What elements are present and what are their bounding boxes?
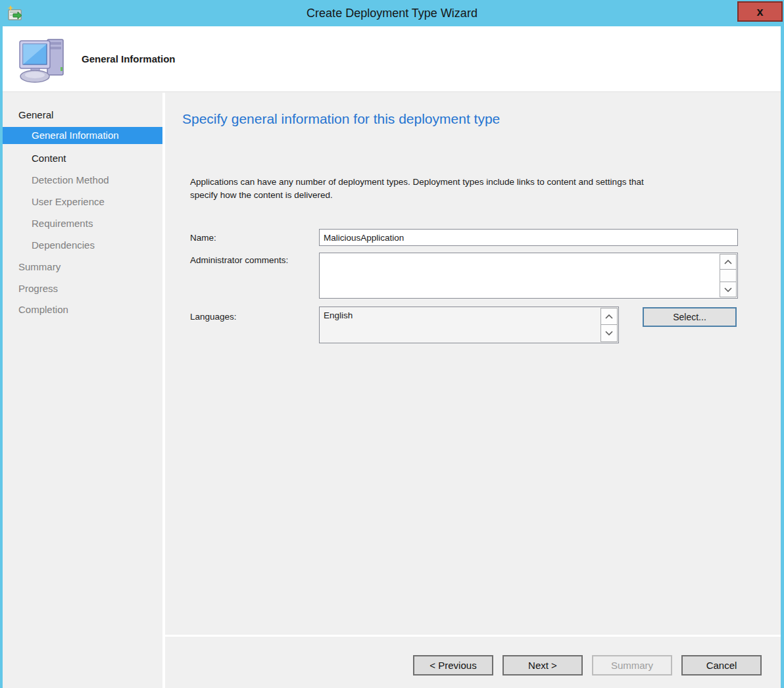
languages-label: Languages:: [190, 312, 237, 322]
description-line-2: specify how the content is delivered.: [190, 189, 644, 202]
administrator-comments-field: [319, 253, 738, 299]
sidebar-item-progress: Progress: [3, 280, 162, 297]
cancel-button[interactable]: Cancel: [681, 655, 762, 676]
window-title: Create Deployment Type Wizard: [0, 0, 784, 26]
summary-button: Summary: [592, 655, 672, 676]
name-input[interactable]: [319, 229, 738, 246]
languages-value: English: [324, 310, 353, 320]
sidebar-item-general-information[interactable]: General Information: [3, 127, 162, 144]
window-border-right: [781, 26, 784, 688]
title-bar: Create Deployment Type Wizard x: [0, 0, 784, 26]
wizard-page-content: Specify general information for this dep…: [165, 93, 781, 688]
next-button[interactable]: Next >: [502, 655, 583, 676]
wizard-steps-sidebar: General General Information Content Dete…: [3, 93, 162, 688]
wizard-header: General Information: [3, 26, 781, 92]
sidebar-item-requirements: Requirements: [3, 215, 162, 232]
administrator-comments-input[interactable]: [320, 253, 720, 298]
languages-scroll-up-button[interactable]: [600, 308, 618, 326]
sidebar-item-detection-method: Detection Method: [3, 172, 162, 189]
sidebar-item-dependencies: Dependencies: [3, 237, 162, 254]
sidebar-item-content[interactable]: Content: [3, 150, 162, 167]
select-languages-button[interactable]: Select...: [643, 307, 737, 327]
previous-button[interactable]: < Previous: [413, 655, 493, 676]
computer-icon: [17, 34, 68, 84]
sidebar-item-summary: Summary: [3, 258, 162, 276]
page-heading: Specify general information for this dep…: [182, 111, 500, 127]
page-description: Applications can have any number of depl…: [190, 176, 644, 202]
sidebar-item-general: General: [3, 107, 162, 124]
sidebar-item-completion: Completion: [3, 301, 162, 318]
languages-scroll-down-button[interactable]: [600, 324, 618, 342]
sidebar-item-user-experience: User Experience: [3, 193, 162, 210]
scroll-up-button[interactable]: [720, 254, 737, 270]
administrator-comments-label: Administrator comments:: [190, 255, 288, 265]
wizard-footer: < Previous Next > Summary Cancel: [165, 635, 781, 688]
languages-listbox[interactable]: English: [319, 307, 619, 343]
scroll-down-button[interactable]: [720, 282, 737, 297]
name-label: Name:: [190, 233, 216, 243]
header-page-title: General Information: [82, 26, 176, 92]
create-deployment-type-wizard-window: Create Deployment Type Wizard x General …: [0, 0, 784, 688]
close-button[interactable]: x: [737, 1, 783, 22]
languages-scrollbar: [600, 308, 618, 342]
description-line-1: Applications can have any number of depl…: [190, 176, 644, 189]
comments-scrollbar: [720, 254, 737, 297]
